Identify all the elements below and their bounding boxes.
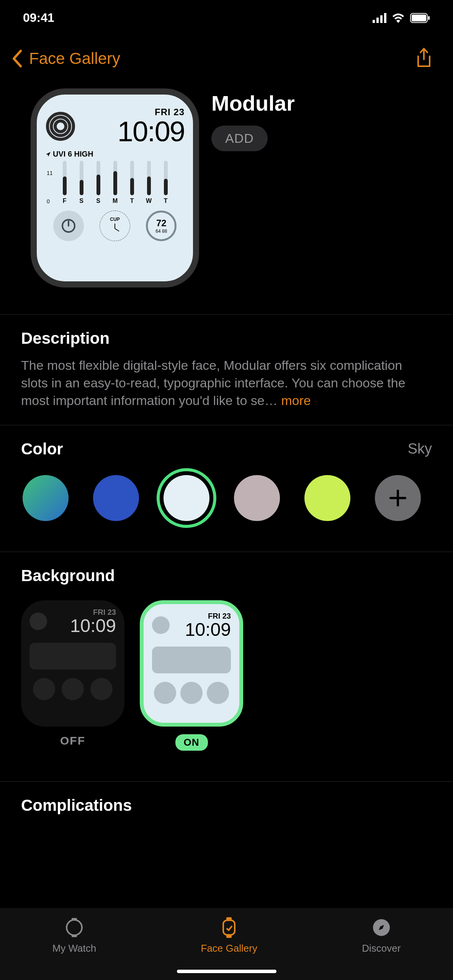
background-off-label: OFF — [60, 734, 85, 747]
activity-rings-icon — [45, 111, 76, 142]
svg-rect-5 — [412, 15, 426, 21]
watch-icon — [64, 917, 85, 938]
cellular-icon — [373, 13, 386, 23]
back-button[interactable]: Face Gallery — [11, 49, 120, 68]
watch-face-preview: FRI 23 10:09 UVI 6 HIGH 11 0 F S S M T W… — [31, 88, 199, 287]
background-option-on[interactable]: FRI 23 10:09 ON — [140, 600, 243, 751]
color-section: Color Sky — [0, 425, 453, 540]
svg-line-12 — [115, 229, 119, 231]
color-swatch-lime[interactable] — [304, 475, 350, 521]
color-swatch-mauve[interactable] — [234, 475, 280, 521]
plus-icon — [388, 488, 407, 508]
tab-bar: My Watch Face Gallery Discover — [0, 908, 453, 980]
description-text: The most flexible digital-style face, Mo… — [21, 357, 432, 410]
color-swatch-row — [21, 475, 432, 521]
description-heading: Description — [21, 329, 432, 348]
description-section: Description The most flexible digital-st… — [0, 314, 453, 413]
svg-rect-16 — [72, 918, 77, 920]
compass-icon — [371, 917, 392, 938]
tab-discover[interactable]: Discover — [362, 917, 401, 954]
nav-bar: Face Gallery — [0, 33, 453, 81]
svg-rect-20 — [226, 935, 232, 938]
preview-time: 10:09 — [118, 118, 185, 146]
battery-icon — [410, 13, 430, 23]
svg-rect-3 — [384, 13, 386, 23]
tab-face-gallery[interactable]: Face Gallery — [201, 917, 257, 954]
share-icon — [416, 48, 432, 68]
svg-point-9 — [55, 121, 66, 132]
status-bar: 09:41 — [0, 0, 453, 33]
face-hero: FRI 23 10:09 UVI 6 HIGH 11 0 F S S M T W… — [0, 81, 453, 303]
face-title: Modular — [211, 91, 295, 116]
background-option-off[interactable]: FRI 23 10:09 OFF — [21, 600, 124, 751]
status-indicators — [373, 13, 430, 23]
svg-rect-0 — [373, 20, 375, 23]
background-section: Background FRI 23 10:09 OFF — [0, 552, 453, 770]
color-swatch-sky[interactable] — [164, 475, 209, 521]
add-button[interactable]: ADD — [211, 126, 268, 151]
clock-hands-icon — [108, 222, 121, 235]
color-swatch-add[interactable] — [375, 475, 421, 521]
cup-complication: CUP — [100, 211, 130, 241]
complications-heading: Complications — [21, 796, 432, 815]
background-heading: Background — [21, 567, 432, 585]
temperature-complication: 72 64 88 — [146, 211, 177, 241]
timer-complication — [53, 211, 84, 241]
watch-face-icon — [219, 917, 239, 938]
svg-rect-1 — [376, 18, 379, 23]
svg-rect-18 — [223, 920, 235, 935]
svg-point-15 — [67, 920, 82, 935]
preview-uvi: UVI 6 HIGH — [45, 150, 185, 158]
svg-rect-19 — [226, 917, 232, 920]
color-swatch-royal-blue[interactable] — [93, 475, 139, 521]
timer-icon — [61, 218, 76, 234]
back-label: Face Gallery — [29, 49, 120, 68]
color-swatch-teal-gradient[interactable] — [23, 475, 69, 521]
tab-my-watch[interactable]: My Watch — [52, 917, 96, 954]
color-selected-name: Sky — [408, 441, 432, 457]
more-link[interactable]: more — [281, 393, 311, 408]
preview-bar-chart: 11 0 F S S M T W T — [45, 161, 185, 204]
share-button[interactable] — [416, 48, 432, 69]
wifi-icon — [392, 13, 405, 23]
svg-rect-17 — [72, 935, 77, 937]
color-heading: Color — [21, 440, 63, 458]
status-time: 09:41 — [23, 11, 54, 25]
svg-rect-6 — [428, 16, 430, 20]
svg-rect-2 — [380, 15, 383, 23]
home-indicator[interactable] — [177, 970, 276, 973]
background-on-label: ON — [175, 734, 208, 751]
location-icon — [45, 151, 51, 157]
chevron-left-icon — [11, 49, 22, 68]
complications-section: Complications — [0, 781, 453, 818]
